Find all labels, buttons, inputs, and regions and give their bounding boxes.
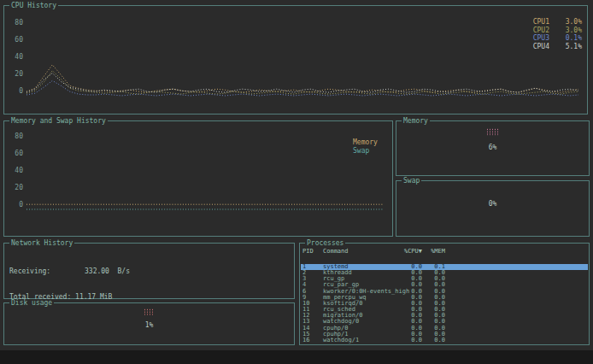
cpu-legend-value: 3.0% bbox=[560, 26, 582, 35]
y-tick: 20 bbox=[8, 185, 23, 191]
y-tick: 60 bbox=[8, 37, 23, 44]
cpu-column-header[interactable]: %CPU▼ bbox=[403, 249, 422, 255]
pid-column-header[interactable]: PID bbox=[302, 249, 323, 255]
process-cpu-cell: 0.0 bbox=[403, 338, 422, 343]
process-cmd-cell: watchdog/1 bbox=[323, 338, 403, 343]
system-monitor-screen: CPU History 80 60 40 20 0 CPU13.0% CPU23… bbox=[0, 0, 593, 364]
cpu-legend-item: CPU23.0% bbox=[533, 26, 582, 35]
y-tick: 60 bbox=[8, 150, 23, 157]
receiving-row: Receiving:332.00 B/s bbox=[9, 267, 294, 276]
process-table-header: PID Command %CPU▼ %MEM bbox=[302, 249, 587, 255]
process-rows: 1systemd0.00.12kthreadd0.00.03rcu_gp0.00… bbox=[301, 264, 588, 343]
cpu-legend-label: CPU3 bbox=[533, 34, 549, 43]
disk-usage-title: Disk usage bbox=[9, 299, 54, 307]
swap-gauge-title: Swap bbox=[402, 177, 421, 185]
y-tick: 20 bbox=[8, 71, 23, 78]
cpu-legend: CPU13.0% CPU23.0% CPU30.1% CPU45.1% bbox=[533, 18, 582, 50]
memory-gauge: 6% bbox=[396, 128, 589, 151]
total-received-value: 11.17 MiB bbox=[75, 293, 112, 301]
memory-legend-label: Memory bbox=[353, 138, 382, 147]
cpu-legend-value: 3.0% bbox=[560, 18, 582, 26]
cpu-legend-label: CPU1 bbox=[533, 18, 549, 26]
memory-gauge-percent: 6% bbox=[396, 144, 589, 151]
processes-title: Processes bbox=[305, 239, 345, 247]
cpu-legend-label: CPU2 bbox=[533, 26, 549, 35]
cpu-history-chart bbox=[26, 20, 580, 98]
process-mem-cell: 0.0 bbox=[422, 338, 445, 343]
memory-swap-history-title: Memory and Swap History bbox=[9, 117, 108, 125]
y-tick: 80 bbox=[8, 133, 23, 140]
memory-gauge-panel: Memory 6% bbox=[396, 120, 590, 176]
y-tick: 0 bbox=[8, 202, 23, 208]
mem-column-header[interactable]: %MEM bbox=[422, 249, 445, 255]
y-tick: 0 bbox=[8, 88, 23, 95]
memory-gauge-title: Memory bbox=[402, 117, 430, 125]
cpu-legend-item: CPU30.1% bbox=[533, 34, 582, 43]
swap-gauge: 0% bbox=[396, 200, 589, 208]
cpu-history-panel: CPU History 80 60 40 20 0 CPU13.0% CPU23… bbox=[3, 5, 588, 114]
process-pid-cell: 16 bbox=[302, 338, 323, 343]
terminal-bottom-strip bbox=[0, 350, 593, 364]
memory-gauge-dots bbox=[486, 128, 499, 136]
y-tick: 40 bbox=[8, 54, 23, 61]
memory-swap-chart bbox=[26, 133, 385, 212]
memory-swap-history-panel: Memory and Swap History 80 60 40 20 0 Me… bbox=[3, 120, 393, 237]
cpu-legend-value: 0.1% bbox=[560, 34, 582, 43]
disk-usage-panel: Disk usage 1% bbox=[3, 302, 295, 345]
network-history-title: Network History bbox=[9, 239, 74, 247]
cpu-legend-item: CPU13.0% bbox=[533, 18, 582, 26]
disk-gauge-percent: 1% bbox=[4, 321, 294, 329]
processes-panel: Processes PID Command %CPU▼ %MEM 1system… bbox=[299, 243, 590, 345]
cpu-legend-label: CPU4 bbox=[533, 43, 549, 51]
y-tick: 80 bbox=[8, 20, 23, 26]
disk-gauge: 1% bbox=[4, 308, 294, 329]
cpu-legend-value: 5.1% bbox=[560, 43, 582, 51]
disk-gauge-dots bbox=[144, 308, 155, 315]
cpu-legend-item: CPU45.1% bbox=[533, 43, 582, 51]
process-row[interactable]: 16watchdog/10.00.0 bbox=[301, 338, 588, 343]
swap-legend-label: Swap bbox=[353, 147, 382, 156]
swap-gauge-panel: Swap 0% bbox=[396, 180, 590, 237]
network-history-panel: Network History Receiving:332.00 B/s Tot… bbox=[3, 243, 295, 299]
command-column-header[interactable]: Command bbox=[323, 249, 403, 255]
memswap-y-axis: 80 60 40 20 0 bbox=[8, 133, 23, 208]
cpu-history-title: CPU History bbox=[9, 2, 58, 9]
receiving-value: 332.00 B/s bbox=[85, 267, 130, 275]
memswap-legend: Memory Swap bbox=[353, 138, 382, 155]
y-tick: 40 bbox=[8, 167, 23, 174]
swap-gauge-percent: 0% bbox=[396, 200, 589, 208]
cpu-y-axis: 80 60 40 20 0 bbox=[8, 20, 23, 95]
receiving-label: Receiving: bbox=[9, 267, 85, 276]
